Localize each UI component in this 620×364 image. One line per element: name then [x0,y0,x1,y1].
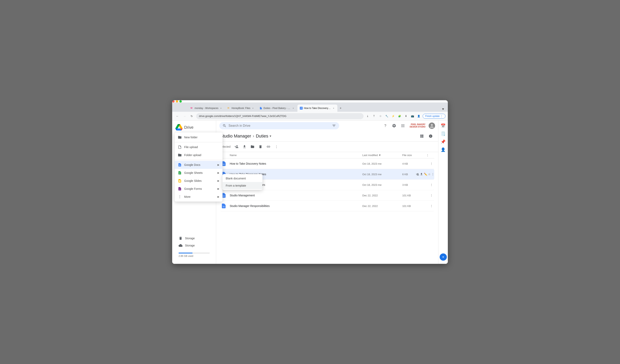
share-file-button[interactable] [416,171,419,177]
extension-icon2[interactable]: ⚡ [391,114,396,119]
google-slides-item[interactable]: Google Slides ▶ [175,177,222,185]
file-more-button[interactable]: ⋮ [429,203,434,209]
google-sheets-label: Google Sheets [184,171,203,175]
breadcrumb-bar: Studio Manager › Duties ▼ [216,131,438,142]
apps-icon[interactable] [399,122,406,129]
sidebar-trash[interactable]: Storage [175,235,211,242]
google-forms-item[interactable]: Google Forms ▶ [175,185,222,193]
edit-file-button[interactable]: ✏️ [424,171,427,177]
google-sheets-icon [178,171,182,175]
finish-update-button[interactable]: Finish update ⋮ [423,114,445,118]
settings-icon[interactable] [390,122,398,129]
breadcrumb-current[interactable]: Duties ▼ [256,133,272,139]
bookmark-icon[interactable]: ☆ [378,114,383,119]
tab-monday-close[interactable]: × [219,107,222,110]
add-person-button[interactable] [233,143,240,150]
back-button[interactable]: ← [175,113,180,119]
dropdown-divider-1 [175,142,222,142]
from-template-item[interactable]: From a template [222,182,263,189]
link-toolbar-button[interactable] [265,143,272,150]
search-filter-icon[interactable] [332,124,336,128]
close-button[interactable] [172,100,175,102]
reload-button[interactable]: ↻ [189,113,195,119]
help-icon[interactable]: ? [382,122,389,129]
tab-menu-icon[interactable]: ▼ [440,107,446,111]
more-label: More [184,195,191,198]
breadcrumb-separator: › [253,133,254,139]
download-toolbar-button[interactable] [241,143,248,150]
file-doc-icon [220,202,227,210]
cast-icon[interactable]: 📺 [410,114,415,119]
file-more-button[interactable]: ⋮ [429,193,434,198]
file-more-button[interactable]: ⋮ [429,182,434,188]
drive-header: ? PIXEL BAKERY DESIGN STUDIO [216,120,438,131]
tab-discovery-close[interactable]: × [332,107,335,110]
grid-view-button[interactable] [418,132,425,140]
breadcrumb: Studio Manager › Duties ▼ [220,133,272,139]
google-sheets-item[interactable]: Google Sheets ▶ [175,169,222,177]
monday-favicon: M [191,107,193,110]
google-slides-label: Google Slides [184,179,202,182]
maximize-button[interactable] [179,100,182,102]
file-row[interactable]: Studio Manager Responsibilities Dec 22, … [220,201,434,211]
svg-point-2 [179,189,180,189]
more-item[interactable]: More ▶ [175,193,222,201]
tab-discovery[interactable]: How to Take Discovery Notes × [297,104,337,112]
tasks-icon[interactable]: 🗒️ [440,130,447,137]
file-row[interactable]: Studio Management Dec 22, 2022 101 KB ⋮ [220,190,434,201]
file-row-actions: ⋮ [426,193,434,198]
more-toolbar-button[interactable]: ⋮ [273,143,280,150]
google-docs-icon [178,163,182,167]
info-button[interactable] [427,132,434,140]
sidebar-storage[interactable]: Storage [175,242,211,249]
search-input[interactable] [229,124,330,128]
star-file-button[interactable]: ☆ [428,171,431,177]
calendar-icon[interactable]: 📅 [440,122,447,129]
file-size: 101 KB [402,194,426,197]
more-arrow: ▶ [217,195,219,198]
extension-icon3[interactable]: 🧩 [397,114,402,119]
file-list-header: Name Last modified ▼ File size ⋮ [220,152,434,159]
file-row-actions: ⋮ [426,161,434,166]
user-avatar[interactable] [429,123,435,129]
share-icon[interactable]: ⤒ [372,114,377,119]
svg-point-6 [180,198,180,198]
file-more-button[interactable]: ⋮ [432,171,434,177]
discovery-favicon [300,107,303,110]
new-tab-button[interactable]: + [338,105,343,111]
folder-upload-item[interactable]: Folder upload [175,151,222,159]
delete-toolbar-button[interactable] [257,143,264,150]
new-folder-item[interactable]: New folder [175,133,222,141]
toolbar: selected ⋮ [216,142,438,152]
profile-icon[interactable]: 👤 [416,114,421,119]
tab-honeybook-close[interactable]: × [251,107,254,110]
tab-bar: M monday - Workspaces × H HoneyBook: Fil… [172,102,448,112]
google-docs-item[interactable]: Google Docs ▶ [175,161,222,169]
search-bar[interactable] [219,122,339,129]
extension-icon1[interactable]: 🔧 [384,114,389,119]
keep-icon[interactable]: 📌 [440,138,447,145]
minimize-button[interactable] [176,100,178,102]
download-file-button[interactable] [420,171,423,177]
download-icon[interactable]: ⬇ [403,114,409,119]
breadcrumb-parent[interactable]: Studio Manager [220,133,251,139]
tab-monday[interactable]: M monday - Workspaces × [188,104,225,112]
brand-logo: PIXEL BAKERY DESIGN STUDIO [410,123,425,128]
file-row[interactable]: How to Take Discovery Notes Oct 18, 2023… [220,159,434,169]
move-button[interactable] [249,143,256,150]
contacts-icon[interactable]: 👤 [440,146,447,153]
google-slides-arrow: ▶ [217,179,219,182]
fab-add-button[interactable]: + [440,253,447,261]
address-input[interactable] [196,113,364,119]
trash-label: Storage [185,237,195,240]
col-name-header: Name [230,154,362,157]
download-to-icon[interactable]: ⤓ [365,114,370,119]
blank-document-item[interactable]: Blank document [222,175,263,182]
forward-button[interactable]: → [182,113,187,119]
tab-duties[interactable]: Duties - Pixel Bakery - Google... × [257,104,297,112]
tab-honeybook[interactable]: H HoneyBook: Files × [225,104,257,112]
drive-logo[interactable]: Drive [172,122,216,134]
file-upload-item[interactable]: File upload [175,143,222,151]
file-more-button[interactable]: ⋮ [429,161,434,166]
tab-duties-close[interactable]: × [292,107,294,110]
